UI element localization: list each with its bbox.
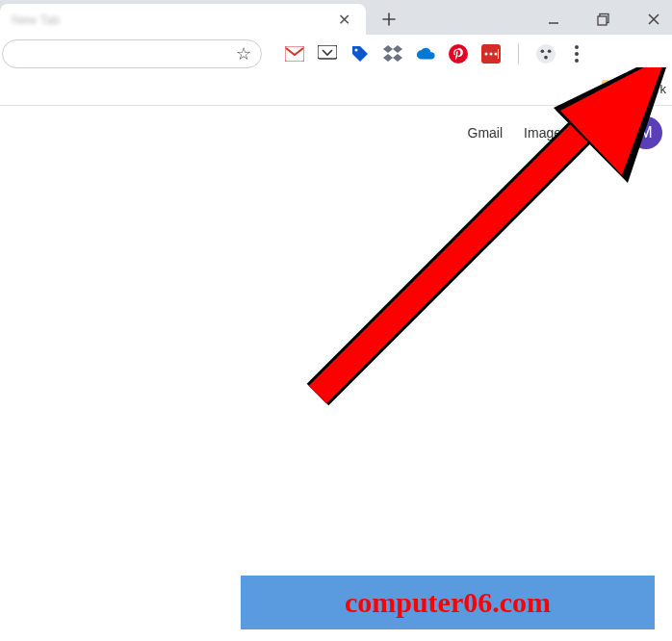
account-avatar[interactable]: M [630, 116, 662, 149]
bookmark-star-icon[interactable]: ☆ [236, 43, 251, 64]
new-tab-button[interactable] [375, 6, 402, 33]
google-apps-icon[interactable] [589, 123, 608, 142]
svg-point-4 [355, 49, 358, 52]
tab-title: New Tab [12, 13, 334, 27]
bookmarks-bar: O…ark [0, 73, 672, 106]
svg-point-5 [449, 44, 468, 64]
avatar-letter: M [639, 124, 652, 141]
gmail-extension-icon[interactable] [285, 44, 304, 64]
onedrive-extension-icon[interactable] [416, 44, 435, 64]
close-tab-icon[interactable]: ✕ [334, 9, 354, 31]
tab-strip: New Tab ✕ [0, 0, 672, 35]
svg-rect-10 [498, 49, 499, 59]
minimize-button[interactable] [539, 5, 568, 34]
lastpass-extension-icon[interactable] [481, 44, 501, 64]
svg-rect-1 [598, 16, 607, 25]
svg-rect-3 [318, 45, 337, 59]
tab-strip-right [366, 4, 672, 35]
gmail-link[interactable]: Gmail [468, 125, 504, 141]
dropbox-extension-icon[interactable] [383, 44, 402, 64]
svg-point-14 [544, 56, 548, 60]
images-link[interactable]: Images [524, 125, 568, 141]
watermark-bar: computer06.com [241, 576, 655, 629]
profile-avatar-icon[interactable] [536, 44, 556, 64]
svg-point-8 [490, 53, 493, 56]
maximize-button[interactable] [589, 5, 618, 34]
ntp-header: Gmail Images M [0, 106, 672, 160]
browser-tab[interactable]: New Tab ✕ [0, 4, 366, 35]
toolbar-separator [518, 43, 519, 64]
pinterest-extension-icon[interactable] [449, 44, 468, 64]
bookmark-folder-icon[interactable] [602, 83, 619, 96]
svg-point-9 [495, 53, 498, 56]
svg-point-11 [536, 44, 556, 64]
pocket-extension-icon[interactable] [318, 44, 337, 64]
watermark-text: computer06.com [345, 586, 551, 619]
svg-point-12 [541, 49, 545, 53]
tag-extension-icon[interactable] [350, 44, 370, 64]
svg-point-13 [548, 49, 552, 53]
address-bar[interactable]: ☆ [2, 39, 262, 68]
window-controls [539, 5, 668, 34]
close-window-button[interactable] [639, 5, 668, 34]
other-bookmarks-label[interactable]: O…ark [627, 82, 666, 96]
toolbar: ☆ [0, 35, 672, 73]
svg-point-7 [485, 53, 488, 56]
extensions-row [285, 43, 584, 64]
chrome-menu-button[interactable] [569, 45, 584, 63]
